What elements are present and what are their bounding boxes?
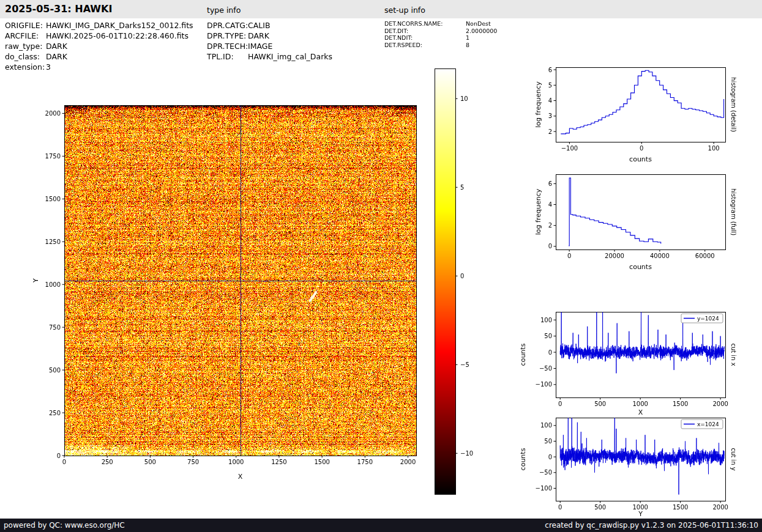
svg-text:log frequency: log frequency xyxy=(534,188,542,235)
svg-text:2000: 2000 xyxy=(712,504,728,511)
svg-text:6: 6 xyxy=(548,67,552,73)
det-rspeed-label: DET.RSPEED: xyxy=(384,42,466,48)
info-row: ORIGFILE:HAWKI_IMG_DARK_Darks152_0012.fi… xyxy=(5,21,193,31)
info-row: DPR.TYPE:DARK xyxy=(207,31,332,42)
svg-text:50: 50 xyxy=(544,438,552,445)
det-dit-label: DET.DIT: xyxy=(384,28,466,34)
svg-text:20000: 20000 xyxy=(605,253,624,259)
setup-info-heading: set-up info xyxy=(384,6,425,15)
svg-text:500: 500 xyxy=(594,504,606,511)
svg-text:500: 500 xyxy=(144,459,156,465)
setup-info-column: DET.NCORRS.NAME:NonDest DET.DIT:2.000000… xyxy=(384,20,497,48)
svg-text:750: 750 xyxy=(187,459,199,465)
svg-text:2: 2 xyxy=(548,222,552,229)
type-info-column: DPR.CATG:CALIB DPR.TYPE:DARK DPR.TECH:IM… xyxy=(207,21,332,62)
svg-text:0: 0 xyxy=(558,401,562,407)
svg-text:1500: 1500 xyxy=(673,401,688,407)
info-row: TPL.ID:HAWKI_img_cal_Darks xyxy=(207,52,332,62)
svg-text:100: 100 xyxy=(708,145,720,152)
dpr-tech-value: IMAGE xyxy=(248,42,272,51)
extension-value: 3 xyxy=(46,62,51,72)
svg-text:0: 0 xyxy=(62,459,66,465)
info-row: DET.DIT:2.0000000 xyxy=(384,28,497,35)
svg-text:X: X xyxy=(638,408,643,416)
svg-text:1000: 1000 xyxy=(228,459,244,465)
svg-text:log frequency: log frequency xyxy=(534,81,542,128)
svg-text:500: 500 xyxy=(49,367,61,374)
svg-text:1500: 1500 xyxy=(673,504,688,511)
svg-text:counts: counts xyxy=(519,343,527,366)
svg-text:Y: Y xyxy=(638,510,643,518)
info-row: DET.NCORRS.NAME:NonDest xyxy=(384,20,497,28)
arcfile-label: ARCFILE: xyxy=(5,31,46,40)
det-ncorrs-label: DET.NCORRS.NAME: xyxy=(384,20,466,27)
svg-text:histogram (full): histogram (full) xyxy=(730,188,737,235)
det-rspeed-value: 8 xyxy=(466,42,469,48)
dpr-type-label: DPR.TYPE: xyxy=(207,31,248,40)
info-row: raw_type:DARK xyxy=(5,42,193,52)
svg-text:2000: 2000 xyxy=(712,401,728,407)
svg-text:counts: counts xyxy=(629,263,652,271)
do-class-value: DARK xyxy=(46,52,67,61)
svg-text:1000: 1000 xyxy=(45,281,61,288)
svg-text:1750: 1750 xyxy=(45,153,61,160)
svg-text:−100: −100 xyxy=(561,145,578,152)
svg-text:X: X xyxy=(238,473,243,481)
svg-text:counts: counts xyxy=(519,448,527,470)
svg-text:2000: 2000 xyxy=(400,459,416,465)
svg-text:0: 0 xyxy=(640,145,643,152)
svg-text:1500: 1500 xyxy=(314,459,329,465)
svg-text:1000: 1000 xyxy=(632,401,648,407)
det-ncorrs-value: NonDest xyxy=(466,20,491,27)
svg-text:y=1024: y=1024 xyxy=(697,316,719,322)
svg-text:0: 0 xyxy=(57,453,61,459)
svg-text:histogram (detail): histogram (detail) xyxy=(730,77,737,132)
dpr-type-value: DARK xyxy=(248,31,269,40)
svg-text:1500: 1500 xyxy=(45,196,61,202)
svg-text:0: 0 xyxy=(558,504,562,511)
svg-text:Y: Y xyxy=(32,278,40,283)
svg-text:−100: −100 xyxy=(536,485,552,492)
arcfile-value: HAWKI.2025-06-01T10:22:28.460.fits xyxy=(46,31,189,40)
origfile-label: ORIGFILE: xyxy=(5,21,46,30)
svg-text:1750: 1750 xyxy=(357,459,373,465)
info-row: DPR.TECH:IMAGE xyxy=(207,42,332,52)
tpl-id-label: TPL.ID: xyxy=(207,52,248,61)
footer-right-text: created by qc_rawdisp.py v1.2.3 on 2025-… xyxy=(545,521,758,530)
info-row: ARCFILE:HAWKI.2025-06-01T10:22:28.460.fi… xyxy=(5,31,193,42)
svg-text:4: 4 xyxy=(548,97,552,104)
svg-text:−50: −50 xyxy=(539,365,552,372)
svg-text:0: 0 xyxy=(548,349,552,356)
svg-text:1000: 1000 xyxy=(632,504,648,511)
svg-text:−50: −50 xyxy=(539,469,552,476)
svg-text:500: 500 xyxy=(594,401,606,407)
dpr-tech-label: DPR.TECH: xyxy=(207,42,248,51)
det-ndit-label: DET.NDIT: xyxy=(384,34,466,41)
svg-text:counts: counts xyxy=(629,155,652,163)
svg-text:750: 750 xyxy=(49,324,61,331)
info-row: DPR.CATG:CALIB xyxy=(207,21,332,31)
svg-text:10: 10 xyxy=(460,95,468,102)
svg-text:−5: −5 xyxy=(460,361,469,368)
svg-text:0: 0 xyxy=(567,253,571,259)
tpl-id-value: HAWKI_img_cal_Darks xyxy=(248,52,332,61)
dpr-catg-value: CALIB xyxy=(248,21,271,30)
svg-text:0: 0 xyxy=(460,273,464,279)
svg-text:2: 2 xyxy=(548,128,552,135)
svg-text:−100: −100 xyxy=(536,381,552,388)
svg-text:60000: 60000 xyxy=(695,253,715,259)
header-bar: 2025-05-31: HAWKI type info set-up info xyxy=(0,0,762,18)
svg-text:6: 6 xyxy=(548,180,552,187)
svg-text:2000: 2000 xyxy=(45,110,61,117)
svg-text:5: 5 xyxy=(460,184,464,191)
colorbar-gradient xyxy=(435,68,455,494)
svg-text:5: 5 xyxy=(548,82,552,89)
svg-text:40000: 40000 xyxy=(650,253,670,259)
file-info-column: ORIGFILE:HAWKI_IMG_DARK_Darks152_0012.fi… xyxy=(5,21,193,73)
info-row: DET.RSPEED:8 xyxy=(384,42,497,49)
svg-text:3: 3 xyxy=(548,113,552,119)
origfile-value: HAWKI_IMG_DARK_Darks152_0012.fits xyxy=(46,21,193,30)
footer-left-text: powered by QC: www.eso.org/HC xyxy=(4,521,125,530)
svg-text:100: 100 xyxy=(540,317,552,323)
svg-text:100: 100 xyxy=(540,422,552,429)
